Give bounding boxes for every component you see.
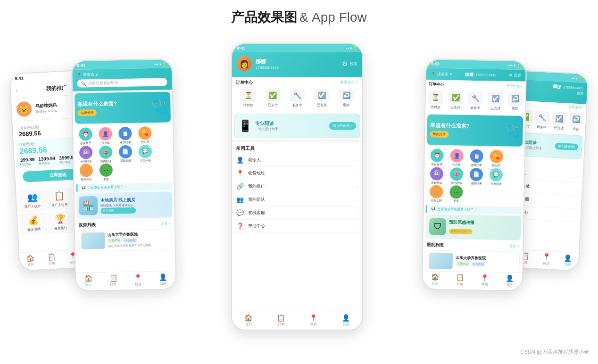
pro-banner-3[interactable]: 📱 专业陪诊 一站式医疗助手 加入陪诊员 > bbox=[234, 114, 360, 138]
in-service-label: 服务中 bbox=[292, 103, 302, 108]
settings-icon-3[interactable]: ⚙ bbox=[342, 60, 348, 67]
ig4-9[interactable]: 🛒代办买药 bbox=[427, 185, 446, 202]
pharmacy-banner-2[interactable]: 🏪 本地药店 线上购买 随时随地 以实惠 健康生活 前往选购 bbox=[76, 191, 173, 219]
title-english: & App Flow bbox=[299, 10, 367, 25]
location-row[interactable]: 📍 济南市 ▾ bbox=[77, 72, 98, 78]
ig4-2[interactable]: 👤代办诊 bbox=[447, 149, 466, 166]
promotion-label: 我的推广 bbox=[248, 183, 353, 190]
menu-promotion[interactable]: 🔗 我的推广 › bbox=[234, 180, 360, 193]
icon-consult[interactable]: 👤代办诊 bbox=[96, 127, 115, 144]
in-service-icon: 🔧 bbox=[290, 89, 305, 102]
icon-result2[interactable]: 📄送取结果 bbox=[116, 145, 135, 162]
order-bar-more-4[interactable]: 查看全部 > bbox=[507, 83, 523, 89]
hospital-card-4[interactable]: 山东大学齐鲁医院 三级甲等 综合医院 bbox=[425, 250, 520, 273]
time-3: 9:41 bbox=[237, 46, 245, 50]
promo-grid-item-1[interactable]: 👥 推广人统计 bbox=[19, 189, 46, 212]
icon-consult2[interactable]: 💬代办问诊 bbox=[136, 144, 155, 162]
order-paid[interactable]: ✅ 已支付 bbox=[265, 89, 280, 108]
promo-label-5: 佣金排行 bbox=[54, 225, 67, 231]
nav-mine-2[interactable]: 👤我的 bbox=[159, 273, 167, 287]
nav-home-icon-4: 🏠 bbox=[431, 273, 439, 281]
flu-sub-4: 参加活动进行中 bbox=[449, 229, 473, 234]
nav-mine-4[interactable]: 👤我的 bbox=[506, 274, 514, 288]
nav-drug-3[interactable]: 📍药店 bbox=[309, 314, 317, 328]
ig4-label-5: 全程陪诊 bbox=[431, 181, 442, 184]
hospital-more-4[interactable]: 更多 > bbox=[509, 244, 519, 249]
settings-4[interactable]: ⚙ 设置 bbox=[509, 73, 521, 78]
nav-mine-3[interactable]: 👤我的 bbox=[342, 314, 350, 328]
order-completed[interactable]: ☑️ 已完成 bbox=[314, 89, 329, 108]
paid-label: 已支付 bbox=[268, 103, 278, 108]
pro-banner-icon-3: 📱 bbox=[238, 119, 252, 132]
icon-register[interactable]: ⏰诊前挂号 bbox=[76, 127, 95, 145]
p5-oi-5: ↩️退款 bbox=[568, 112, 584, 132]
banner-btn-4[interactable]: 知识分享 bbox=[430, 131, 448, 138]
user-phone-4: 17855663435 bbox=[475, 73, 496, 77]
ig4-5[interactable]: 🏥全程陪诊 bbox=[427, 167, 447, 184]
ig4-4[interactable]: 💊代办药 bbox=[487, 149, 506, 167]
nav-order-3[interactable]: 📋订单 bbox=[277, 314, 285, 328]
icon-accompany[interactable]: 🏥全程陪诊 bbox=[76, 146, 96, 163]
flu-banner-4[interactable]: 🛡 预防流感传播 参加活动进行中 bbox=[425, 214, 522, 240]
promo-grid-item-2[interactable]: 📋 推广人订单 bbox=[46, 188, 73, 211]
search-bar-2[interactable]: 🔍 搜索您想要的服务 bbox=[77, 78, 167, 87]
ig4-1[interactable]: ⏰诊前挂号 bbox=[427, 149, 447, 166]
in-hospital-icon: 🏨 bbox=[99, 145, 112, 158]
address-arrow: › bbox=[357, 171, 358, 176]
nav-order-1[interactable]: 📋订单 bbox=[48, 253, 56, 267]
nav-home-4[interactable]: 🏠首页 bbox=[431, 273, 440, 287]
page-title: 产品效果图 & App Flow bbox=[0, 0, 598, 26]
icon-buy-med[interactable]: 🛒代办买药 bbox=[77, 164, 96, 181]
p5-pro-btn[interactable]: 加入陪诊员› bbox=[555, 143, 578, 151]
icon-medicine[interactable]: 💊代办药 bbox=[135, 126, 155, 144]
location-4[interactable]: 📍 济南市▾ bbox=[431, 71, 452, 77]
nav-home-1[interactable]: 🏠首页 bbox=[26, 254, 34, 268]
order-type-2-4[interactable]: ✅已支付 bbox=[448, 91, 464, 110]
icon-more[interactable]: ⋯更多 bbox=[97, 163, 116, 181]
order-in-service[interactable]: 🔧 服务中 bbox=[290, 89, 305, 108]
ig4-7[interactable]: 📄送取结果 bbox=[467, 167, 486, 185]
ig4-6[interactable]: 🏨院内陪诊 bbox=[447, 167, 466, 185]
nav-drug-2[interactable]: 📍药店 bbox=[134, 273, 142, 287]
cold-banner-4[interactable]: 寒流有什么危害? 知识分享 🩺 bbox=[427, 114, 523, 147]
menu-help[interactable]: ❓ 帮助中心 › bbox=[234, 220, 360, 233]
help-arrow: › bbox=[357, 224, 358, 229]
order-pending-pay[interactable]: ⏳ 待付款 bbox=[241, 89, 256, 108]
pharmacy-btn-2[interactable]: 前往选购 bbox=[100, 207, 136, 214]
ig4-10[interactable]: ⋯更多 bbox=[447, 185, 466, 203]
nav-order-2[interactable]: 📋订单 bbox=[109, 274, 117, 288]
hospital-card-2[interactable]: 山东大学齐鲁医院 三级甲等 综合医院 地址:山东省济南市历下区文化西路... bbox=[78, 229, 172, 251]
pro-banner-btn-3[interactable]: 加入陪诊员 > bbox=[329, 122, 356, 130]
nav-drug-4[interactable]: 📍药店 bbox=[481, 274, 489, 288]
order-type-4-4[interactable]: ☑️已完成 bbox=[488, 91, 503, 111]
ig4-3[interactable]: 📋送取结果 bbox=[467, 149, 486, 167]
nav-mine-5[interactable]: 👤我的 bbox=[563, 254, 572, 268]
promo-icon-1: 👥 bbox=[27, 192, 38, 203]
back-button[interactable]: ‹ bbox=[16, 86, 18, 94]
consult2-icon: 💬 bbox=[139, 145, 152, 158]
hospital-more-2[interactable]: 更多 > bbox=[161, 222, 171, 226]
nav-order-4[interactable]: 📋订单 bbox=[456, 273, 464, 287]
phone-home-left: 9:41 ▪▪▪ ▾ 🔋 📍 济南市 ▾ 🔍 搜索您想要的服务 寒流有什么危害?… bbox=[71, 58, 177, 291]
promo-grid-item-4[interactable]: 💰 佣金明细 bbox=[20, 212, 47, 235]
nav-home-2[interactable]: 🏠首页 bbox=[84, 274, 93, 288]
order-type-1-4[interactable]: ⏳待付款 bbox=[428, 91, 444, 110]
nav-home-3[interactable]: 🏠首页 bbox=[244, 314, 252, 328]
nav-drug-5[interactable]: 📍药店 bbox=[542, 253, 550, 267]
ig4-8[interactable]: 💬代办问诊 bbox=[487, 168, 506, 185]
banner-btn-2[interactable]: 知识分享 bbox=[78, 109, 97, 116]
order-view-all-3[interactable]: 查看全部 > bbox=[340, 80, 358, 86]
menu-address[interactable]: 📍 收货地址 › bbox=[234, 167, 360, 180]
order-type-3-4[interactable]: 🔧服务中 bbox=[468, 91, 483, 111]
menu-service[interactable]: 💬 在线客服 › bbox=[234, 207, 360, 220]
cold-banner-2[interactable]: 寒流有什么危害? 知识分享 🩺 bbox=[75, 91, 171, 124]
icon-result[interactable]: 📋送取结果 bbox=[116, 127, 135, 144]
medicine-icon: 💊 bbox=[138, 126, 151, 140]
promo-grid-item-5[interactable]: 🏆 佣金排行 bbox=[47, 210, 74, 234]
partial-settings-label-5: 设置 bbox=[576, 91, 583, 96]
menu-team[interactable]: 👥 我的团队 › bbox=[234, 193, 360, 207]
order-type-5-4[interactable]: ↩️退款 bbox=[507, 92, 523, 111]
menu-patient[interactable]: 👤 就诊人 › bbox=[234, 154, 360, 167]
icon-in-hospital[interactable]: 🏨院内陪诊 bbox=[96, 145, 116, 163]
order-refund[interactable]: ↩️ 退款 bbox=[339, 89, 354, 108]
